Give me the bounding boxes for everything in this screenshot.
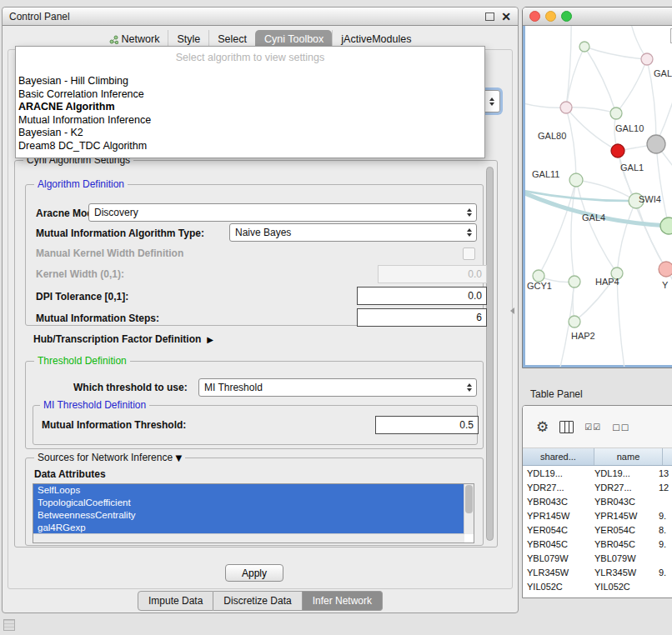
data-attributes-list[interactable]: SelfLoops TopologicalCoefficient Between… (33, 483, 474, 543)
scrollbar-thumb[interactable] (465, 485, 473, 513)
column-header-name[interactable]: name (594, 448, 663, 465)
panel-splitter-arrow[interactable] (510, 308, 514, 314)
list-horizontal-scrollbar[interactable] (33, 533, 464, 542)
network-edge[interactable] (636, 201, 666, 269)
table-cell[interactable]: YDR27... (590, 482, 654, 492)
mi-threshold-field[interactable]: 0.5 (375, 416, 479, 434)
tab-impute-data[interactable]: Impute Data (138, 591, 213, 611)
table-cell[interactable]: YER054C (590, 525, 654, 535)
list-vertical-scrollbar[interactable] (464, 484, 474, 534)
sources-title[interactable]: Sources for Network Inference ▼ (34, 452, 185, 463)
which-threshold-combobox[interactable]: MI Threshold (198, 378, 477, 397)
table-row[interactable]: YER054CYER054C8. (523, 522, 672, 537)
network-node[interactable] (610, 108, 622, 119)
close-traffic-light-icon[interactable] (529, 11, 540, 22)
table-cell[interactable]: YPR145W (523, 511, 590, 521)
network-edge[interactable] (584, 47, 616, 113)
network-node[interactable] (533, 270, 544, 282)
table-cell[interactable]: 13 (654, 468, 672, 478)
dropdown-item[interactable]: Dream8 DC_TDC Algorithm (16, 140, 484, 153)
table-cell[interactable]: 9. (654, 511, 672, 521)
table-cell[interactable]: YIL052C (523, 582, 590, 592)
table-row[interactable]: YDL19...YDL19...13 (523, 466, 672, 480)
network-window-titlebar[interactable] (523, 8, 672, 26)
attribute-item[interactable]: BetweennessCentrality (33, 509, 474, 522)
aracne-mode-combobox[interactable]: Discovery (88, 203, 477, 222)
table-cell[interactable]: 9. (654, 568, 672, 578)
network-node[interactable] (611, 144, 624, 158)
dpi-tolerance-field[interactable]: 0.0 (357, 287, 487, 305)
manual-kernel-checkbox[interactable] (463, 248, 475, 260)
table-cell[interactable]: YIL052C (590, 582, 654, 592)
table-cell[interactable]: YBL079W (523, 553, 590, 563)
table-cell[interactable]: 12 (654, 482, 672, 492)
network-node[interactable] (569, 276, 580, 288)
control-panel-titlebar[interactable]: Control Panel ✕ (3, 8, 518, 26)
network-graph[interactable]: GAL80GAL10GAL11GAL1SWI4GAL4GCY1HAP4HAP2G… (525, 26, 672, 367)
network-node[interactable] (647, 135, 665, 153)
network-edge[interactable] (576, 180, 617, 273)
kernel-width-field[interactable]: 0.0 (378, 265, 487, 283)
table-cell[interactable]: YDL19... (523, 468, 590, 478)
tab-infer-network[interactable]: Infer Network (303, 591, 383, 611)
table-cell[interactable]: YLR345W (523, 568, 590, 578)
network-edge[interactable] (656, 76, 672, 144)
table-cell[interactable]: YBR043C (590, 497, 654, 507)
network-edge[interactable] (617, 201, 636, 273)
attribute-item[interactable]: TopologicalCoefficient (33, 497, 474, 509)
network-node[interactable] (659, 262, 672, 277)
table-row[interactable]: YPR145WYPR145W9. (523, 508, 672, 522)
table-cell[interactable]: YLR345W (590, 568, 654, 578)
dropdown-item[interactable]: Bayesian - K2 (16, 127, 484, 140)
table-cell[interactable]: YBL079W (590, 553, 654, 563)
table-row[interactable]: YBR043CYBR043C (523, 494, 672, 508)
table-row[interactable]: YBR045CYBR045C9. (523, 537, 672, 551)
network-edge[interactable] (656, 144, 669, 226)
table-cell[interactable]: 9. (654, 539, 672, 549)
grid-corner-icon[interactable] (3, 619, 15, 631)
scrollbar-thumb[interactable] (486, 167, 494, 541)
network-node[interactable] (569, 316, 580, 328)
table-row[interactable]: YIL052CYIL052C (523, 579, 672, 593)
gear-icon[interactable]: ⚙ (536, 418, 549, 435)
clear-checks-icon[interactable]: □□ (612, 422, 629, 432)
table-cell[interactable]: YDR27... (523, 482, 590, 492)
table-cell[interactable]: YER054C (523, 525, 590, 535)
network-node[interactable] (569, 173, 583, 187)
attribute-item[interactable]: SelfLoops (33, 484, 474, 497)
table-cell[interactable]: 8. (654, 525, 672, 535)
mi-type-combobox[interactable]: Naive Bayes (229, 223, 477, 242)
select-checks-icon[interactable]: ☑☑ (584, 422, 601, 432)
minimize-traffic-light-icon[interactable] (545, 11, 556, 22)
hub-definition-toggle[interactable]: Hub/Transcription Factor Definition ▶ (33, 333, 213, 345)
column-header-shared-name[interactable]: shared... (523, 448, 594, 465)
network-node[interactable] (641, 53, 653, 65)
table-cell[interactable]: YPR145W (590, 511, 654, 521)
network-edge[interactable] (616, 59, 647, 113)
settings-scrollbar[interactable] (485, 166, 494, 542)
table-cell[interactable]: YBR045C (590, 539, 654, 549)
network-edge[interactable] (566, 108, 616, 113)
dropdown-item[interactable]: Basic Correlation Inference (16, 88, 484, 102)
table-row[interactable]: YLR345WYLR345W9. (523, 565, 672, 579)
dropdown-item-selected[interactable]: ARACNE Algorithm (16, 101, 484, 114)
network-edge[interactable] (566, 108, 576, 180)
network-edge[interactable] (584, 47, 647, 59)
network-node[interactable] (560, 102, 572, 113)
dropdown-item[interactable]: Bayesian - Hill Climbing (16, 75, 484, 88)
algorithm-combobox-stepper[interactable] (483, 90, 500, 112)
network-canvas[interactable]: GAL80GAL10GAL11GAL1SWI4GAL4GCY1HAP4HAP2G… (523, 26, 672, 368)
column-header-partial[interactable] (663, 448, 672, 465)
network-node[interactable] (579, 42, 589, 52)
attribute-item[interactable]: gal4RGexp (33, 522, 474, 534)
apply-button[interactable]: Apply (225, 564, 283, 582)
zoom-traffic-light-icon[interactable] (561, 11, 572, 22)
network-edge[interactable] (617, 273, 625, 367)
table-cell[interactable]: YBR045C (523, 539, 590, 549)
table-cell[interactable]: YDL19... (590, 468, 654, 478)
dropdown-item[interactable]: Mutual Information Inference (16, 114, 484, 128)
close-window-icon[interactable]: ✕ (501, 12, 511, 22)
table-row[interactable]: YDR27...YDR27...12 (523, 480, 672, 494)
mi-steps-field[interactable]: 6 (357, 308, 487, 327)
columns-icon[interactable] (559, 421, 574, 433)
